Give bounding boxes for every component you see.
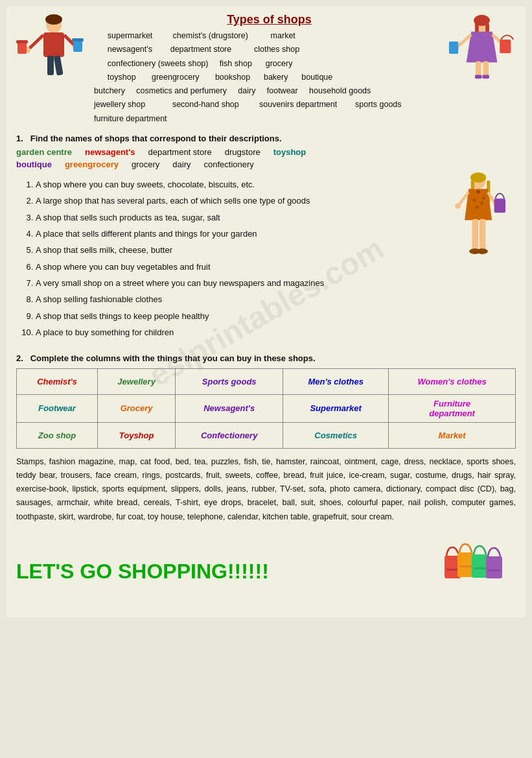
table-cell: Furnituredepartment (389, 394, 516, 422)
vocab-supermarket: supermarket chemist's (drugstore) market (94, 31, 295, 40)
section2-instruction: Complete the columns with the things tha… (30, 353, 316, 363)
svg-rect-38 (494, 198, 506, 213)
section1-container: A shop where you can buy sweets, chocola… (16, 172, 516, 346)
table-cell: Men's clothes (283, 368, 389, 394)
right-figure-icon (448, 13, 516, 81)
section2: 2. Complete the columns with the things … (16, 353, 516, 524)
vocab-jewellery: jewellery shop second-hand shop souvenir… (94, 100, 402, 109)
table-cell: Women's clothes (389, 368, 516, 394)
list-item: A shop that sells milk, cheese, butter (36, 243, 438, 257)
footer-section: LET'S GO SHOPPING!!!!!! (16, 533, 516, 611)
table-cell: Market (389, 422, 516, 448)
svg-point-33 (476, 190, 480, 193)
table-cell: Jewellery (98, 368, 176, 394)
section2-label: 2. (16, 353, 28, 363)
table-row: Chemist's Jewellery Sports goods Men's c… (17, 368, 516, 394)
name-dept-store: department store (148, 147, 212, 157)
list-item: A place that sells different plants and … (36, 226, 438, 241)
table-cell: Footwear (17, 394, 98, 422)
section1-label: 1. (16, 134, 28, 143)
table-cell: Cosmetics (283, 422, 389, 448)
table-cell: Grocery (98, 394, 176, 422)
vocab-toyshop: toyshop greengrocery bookshop bakery bou… (94, 73, 332, 82)
descriptions-list: A shop where you can buy sweets, chocola… (36, 177, 438, 340)
svg-rect-51 (472, 554, 488, 578)
section1-title: 1. Find the names of shops that correspo… (16, 134, 516, 143)
left-figure-icon (16, 13, 91, 81)
section1-instruction: Find the names of shops that correspond … (30, 134, 282, 143)
svg-rect-40 (480, 219, 486, 250)
svg-rect-26 (475, 75, 482, 78)
svg-point-12 (45, 14, 62, 25)
section1: 1. Find the names of shops that correspo… (16, 134, 516, 346)
shopping-bags-icon (438, 533, 516, 611)
name-boutique: boutique (16, 160, 52, 169)
table-cell: Toyshop (98, 422, 176, 448)
section2-title: 2. Complete the columns with the things … (16, 353, 516, 363)
table-cell: Supermarket (283, 394, 389, 422)
page: eslprintables.com Types of shops (6, 6, 526, 617)
vocab-grid: supermarket chemist's (drugstore) market… (94, 29, 445, 126)
table-cell: Sports goods (176, 368, 283, 394)
svg-rect-8 (73, 40, 82, 52)
cta-text: LET'S GO SHOPPING!!!!!! (16, 560, 425, 584)
items-paragraph: Stamps, fashion magazine, map, cat food,… (16, 455, 516, 524)
list-item: A shop where you can buy vegetables and … (36, 259, 438, 274)
svg-rect-23 (449, 41, 458, 54)
svg-rect-5 (16, 40, 28, 43)
svg-rect-50 (459, 565, 472, 567)
table-cell: Chemist's (17, 368, 98, 394)
table-row: Footwear Grocery Newsagent's Supermarket… (17, 394, 516, 422)
svg-point-45 (476, 205, 479, 208)
fashion-figure-container (445, 172, 516, 346)
vocab-confectionery: confectionery (sweets shop) fish shop gr… (94, 59, 292, 68)
vocab-newsagent: newsagent's department store clothes sho… (94, 45, 299, 54)
list-item: A large shop that has several parts, eac… (36, 193, 438, 208)
shop-names-row1: garden centre newsagent's department sto… (16, 147, 516, 157)
svg-rect-48 (446, 569, 459, 571)
svg-rect-10 (47, 56, 54, 75)
name-confectionery: confectionery (204, 160, 254, 169)
vocab-butchery: butchery cosmetics and perfumery dairy f… (94, 86, 371, 95)
shop-table: Chemist's Jewellery Sports goods Men's c… (16, 368, 516, 449)
section1-list: A shop where you can buy sweets, chocola… (16, 172, 438, 346)
svg-rect-4 (17, 42, 27, 54)
svg-rect-27 (482, 75, 489, 78)
name-garden-centre: garden centre (16, 147, 72, 157)
svg-point-35 (455, 203, 461, 209)
shop-names-row2: boutique greengrocery grocery dairy conf… (16, 160, 516, 169)
list-item: A shop where you can buy sweets, chocola… (36, 177, 438, 192)
svg-rect-53 (486, 556, 502, 578)
list-item: A shop that sells things to keep people … (36, 309, 438, 324)
list-item: A shop selling fashionable clothes (36, 292, 438, 307)
svg-point-46 (482, 196, 485, 199)
svg-rect-54 (488, 569, 500, 571)
name-dairy: dairy (172, 160, 191, 169)
svg-line-2 (29, 35, 43, 49)
list-item: A shop that sells such products as tea, … (36, 210, 438, 225)
table-cell: Zoo shop (17, 422, 98, 448)
name-drugstore: drugstore (225, 147, 260, 157)
svg-rect-49 (457, 552, 474, 577)
table-row: Zoo shop Toyshop Confectionery Cosmetics… (17, 422, 516, 448)
svg-point-42 (476, 248, 488, 254)
name-newsagents: newsagent's (85, 147, 135, 157)
svg-point-43 (472, 198, 476, 202)
name-toyshop: toyshop (273, 147, 306, 157)
fashion-figure-icon (445, 172, 513, 263)
list-item: A place to buy something for children (36, 325, 438, 340)
svg-rect-52 (474, 567, 486, 569)
table-cell: Newsagent's (176, 394, 283, 422)
svg-rect-1 (43, 32, 64, 57)
page-title: Types of shops (94, 13, 445, 27)
table-cell: Confectionery (176, 422, 283, 448)
list-item: A very small shop on a street where you … (36, 276, 438, 290)
name-grocery: grocery (132, 160, 159, 169)
svg-rect-22 (500, 40, 511, 53)
svg-point-44 (480, 201, 483, 204)
svg-rect-9 (72, 38, 84, 41)
name-greengrocery: greengrocery (65, 160, 119, 169)
header-section: Types of shops supermarket chemist's (dr… (16, 13, 516, 126)
svg-rect-39 (472, 219, 478, 250)
vocab-furniture: furniture department (94, 114, 167, 123)
